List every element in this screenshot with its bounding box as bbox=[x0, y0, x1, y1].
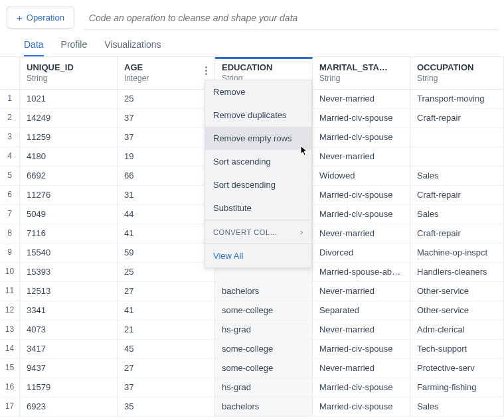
cell-occupation[interactable]: Farming-fishing bbox=[410, 378, 504, 397]
cell-age[interactable]: 25 bbox=[118, 263, 215, 282]
row-number[interactable]: 3 bbox=[0, 128, 20, 147]
cell-marital[interactable]: Married-civ-spouse bbox=[313, 340, 410, 359]
cell-unique_id[interactable]: 6692 bbox=[20, 167, 118, 186]
cell-occupation[interactable]: Sales bbox=[410, 205, 504, 224]
context-menu-item[interactable]: Substitute bbox=[205, 196, 311, 220]
cell-unique_id[interactable]: 9437 bbox=[20, 359, 118, 378]
column-menu-icon[interactable] bbox=[201, 64, 210, 77]
context-menu-submenu-convert[interactable]: CONVERT COL…› bbox=[205, 220, 311, 244]
row-number[interactable]: 8 bbox=[0, 224, 20, 244]
cell-occupation[interactable]: Craft-repair bbox=[410, 186, 504, 205]
cell-age[interactable]: 37 bbox=[118, 378, 215, 397]
cell-age[interactable]: 37 bbox=[118, 128, 215, 147]
cell-education[interactable]: some-college bbox=[215, 340, 313, 359]
cell-unique_id[interactable]: 4073 bbox=[20, 320, 118, 340]
row-number[interactable]: 11 bbox=[0, 282, 20, 301]
cell-unique_id[interactable]: 3341 bbox=[20, 301, 118, 320]
cell-unique_id[interactable]: 6923 bbox=[20, 397, 118, 417]
cell-marital[interactable]: Widowed bbox=[313, 167, 410, 186]
cell-occupation[interactable]: Craft-repair bbox=[410, 224, 504, 244]
cell-occupation[interactable] bbox=[410, 147, 504, 167]
cell-unique_id[interactable]: 14249 bbox=[20, 109, 118, 128]
column-header-occupation[interactable]: OCCUPATIONString bbox=[410, 57, 504, 90]
cell-occupation[interactable]: Other-service bbox=[410, 301, 504, 320]
cell-marital[interactable]: Married-civ-spouse bbox=[313, 186, 410, 205]
cell-occupation[interactable]: Transport-moving bbox=[410, 90, 504, 109]
cell-unique_id[interactable]: 12513 bbox=[20, 282, 118, 301]
cell-occupation[interactable]: Sales bbox=[410, 167, 504, 186]
context-menu-item[interactable]: Remove duplicates bbox=[205, 104, 311, 127]
cell-age[interactable]: 44 bbox=[118, 205, 215, 224]
cell-unique_id[interactable]: 15540 bbox=[20, 244, 118, 263]
cell-education[interactable]: bachelors bbox=[215, 282, 313, 301]
cell-occupation[interactable]: Tech-support bbox=[410, 340, 504, 359]
cell-marital[interactable]: Married-civ-spouse bbox=[313, 397, 410, 417]
cell-occupation[interactable]: Protective-serv bbox=[410, 359, 504, 378]
tab-profile[interactable]: Profile bbox=[61, 39, 88, 56]
cell-education[interactable]: some-college bbox=[215, 359, 313, 378]
operation-button[interactable]: + Operation bbox=[7, 7, 74, 29]
row-number[interactable]: 13 bbox=[0, 320, 20, 340]
row-number[interactable]: 5 bbox=[0, 167, 20, 186]
row-number[interactable]: 4 bbox=[0, 147, 20, 167]
cell-age[interactable]: 41 bbox=[118, 301, 215, 320]
cell-occupation[interactable]: Other-service bbox=[410, 282, 504, 301]
row-number[interactable]: 14 bbox=[0, 340, 20, 359]
cell-education[interactable]: hs-grad bbox=[215, 378, 313, 397]
cell-occupation[interactable]: Machine-op-inspct bbox=[410, 244, 504, 263]
cell-education[interactable]: some-college bbox=[215, 301, 313, 320]
cell-marital[interactable]: Divorced bbox=[313, 244, 410, 263]
cell-occupation[interactable]: Handlers-cleaners bbox=[410, 263, 504, 282]
cell-age[interactable]: 27 bbox=[118, 282, 215, 301]
cell-age[interactable]: 59 bbox=[118, 244, 215, 263]
cell-marital[interactable]: Never-married bbox=[313, 282, 410, 301]
cell-marital[interactable]: Never-married bbox=[313, 359, 410, 378]
row-number[interactable]: 16 bbox=[0, 378, 20, 397]
cell-occupation[interactable]: Sales bbox=[410, 397, 504, 417]
cell-age[interactable]: 27 bbox=[118, 359, 215, 378]
cell-marital[interactable]: Never-married bbox=[313, 320, 410, 340]
cell-unique_id[interactable]: 11259 bbox=[20, 128, 118, 147]
cell-age[interactable]: 45 bbox=[118, 340, 215, 359]
cell-age[interactable]: 66 bbox=[118, 167, 215, 186]
row-number[interactable]: 12 bbox=[0, 301, 20, 320]
code-input[interactable] bbox=[84, 7, 497, 30]
row-number[interactable]: 17 bbox=[0, 397, 20, 417]
row-number[interactable]: 2 bbox=[0, 109, 20, 128]
cell-unique_id[interactable]: 7116 bbox=[20, 224, 118, 244]
cell-occupation[interactable] bbox=[410, 128, 504, 147]
row-number[interactable]: 10 bbox=[0, 263, 20, 282]
context-menu-item[interactable]: Sort descending bbox=[205, 173, 311, 196]
cell-unique_id[interactable]: 1021 bbox=[20, 90, 118, 109]
cell-age[interactable]: 35 bbox=[118, 397, 215, 417]
cell-marital[interactable]: Separated bbox=[313, 301, 410, 320]
context-menu-item[interactable]: Remove bbox=[205, 80, 311, 104]
cell-age[interactable]: 41 bbox=[118, 224, 215, 244]
cell-marital[interactable]: Married-spouse-ab… bbox=[313, 263, 410, 282]
context-menu-view-all[interactable]: View All bbox=[205, 244, 311, 267]
cell-unique_id[interactable]: 5049 bbox=[20, 205, 118, 224]
cell-unique_id[interactable]: 15393 bbox=[20, 263, 118, 282]
cell-marital[interactable]: Married-civ-spouse bbox=[313, 205, 410, 224]
cell-marital[interactable]: Never-married bbox=[313, 224, 410, 244]
cell-age[interactable]: 19 bbox=[118, 147, 215, 167]
cell-age[interactable]: 25 bbox=[118, 90, 215, 109]
cell-age[interactable]: 21 bbox=[118, 320, 215, 340]
cell-marital[interactable]: Married-civ-spouse bbox=[313, 109, 410, 128]
cell-age[interactable]: 31 bbox=[118, 186, 215, 205]
cell-marital[interactable]: Never-married bbox=[313, 90, 410, 109]
cell-unique_id[interactable]: 11276 bbox=[20, 186, 118, 205]
row-number[interactable]: 6 bbox=[0, 186, 20, 205]
column-header-marital-sta-[interactable]: MARITAL_STA…String bbox=[313, 57, 410, 90]
column-header-unique-id[interactable]: UNIQUE_IDString bbox=[20, 57, 118, 90]
cell-unique_id[interactable]: 11579 bbox=[20, 378, 118, 397]
cell-education[interactable]: bachelors bbox=[215, 397, 313, 417]
row-number[interactable]: 7 bbox=[0, 205, 20, 224]
row-number[interactable]: 15 bbox=[0, 359, 20, 378]
cell-occupation[interactable]: Craft-repair bbox=[410, 109, 504, 128]
cell-marital[interactable]: Married-civ-spouse bbox=[313, 378, 410, 397]
cell-unique_id[interactable]: 3417 bbox=[20, 340, 118, 359]
row-number[interactable]: 1 bbox=[0, 90, 20, 109]
column-header-age[interactable]: AGEInteger bbox=[118, 57, 215, 90]
cell-occupation[interactable]: Adm-clerical bbox=[410, 320, 504, 340]
